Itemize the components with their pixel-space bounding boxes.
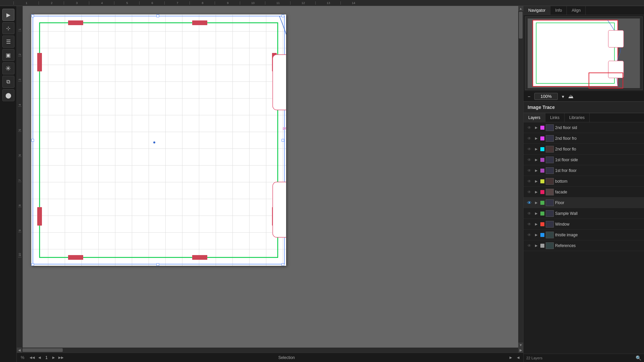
layer-item[interactable]: 👁 ▶ 1st fror floor (524, 165, 644, 176)
ruler-mark: 2 (39, 1, 64, 5)
mask-tool-button[interactable]: ⬤ (2, 89, 14, 101)
prev-page-button[interactable]: ◀ (37, 355, 42, 360)
layer-expand-button[interactable]: ▶ (534, 232, 539, 238)
layer-thumbnail (546, 221, 554, 228)
scroll-up-button[interactable]: ▲ (518, 6, 523, 11)
layers-footer: 22 Layers 🔍 (524, 354, 644, 362)
layer-item[interactable]: 👁 ▶ 2nd floor sid (524, 122, 644, 133)
layer-name-thistle-image: thistle image (555, 233, 641, 237)
layer-expand-button[interactable]: ▶ (534, 125, 539, 130)
layer-expand-button[interactable]: ▶ (534, 146, 539, 152)
canvas-area[interactable]: path (23, 6, 518, 348)
layer-visibility-toggle[interactable]: 👁 (526, 221, 532, 227)
layer-visibility-toggle[interactable]: 👁 (526, 135, 532, 141)
svg-rect-12 (68, 255, 83, 260)
ruler-mark: 5 (114, 1, 139, 5)
layer-item[interactable]: 👁 ▶ 2nd floor flo (524, 144, 644, 155)
scroll-h-thumb[interactable] (22, 348, 63, 352)
ruler-mark-v: 9 (18, 207, 21, 232)
right-panel: Navigator Info Align (523, 6, 644, 362)
layers-tabs: Layers Links Libraries (524, 113, 644, 122)
layer-visibility-toggle[interactable]: 👁 (526, 232, 532, 238)
menu-tool-button[interactable]: ☰ (2, 36, 14, 48)
layer-visibility-toggle[interactable]: 👁 (526, 157, 532, 163)
layer-visibility-toggle[interactable]: 👁 (526, 189, 532, 195)
scroll-left-button[interactable]: ◀ (17, 348, 22, 353)
select-tool-button[interactable]: ▶ (2, 9, 14, 21)
layer-visibility-toggle[interactable]: 👁 (526, 178, 532, 184)
tab-align[interactable]: Align (567, 6, 586, 15)
layer-item-references[interactable]: 👁 ▶ References (524, 240, 644, 251)
ruler-mark: 14 (340, 1, 366, 5)
tab-libraries[interactable]: Libraries (565, 113, 590, 122)
svg-rect-5 (282, 139, 284, 141)
svg-rect-1 (32, 15, 34, 17)
layer-name-sample-wall: Sample Wall (555, 211, 641, 216)
horizontal-scrollbar[interactable]: ◀ ▶ (17, 348, 523, 353)
scroll-thumb[interactable] (519, 12, 523, 39)
svg-rect-11 (192, 20, 207, 25)
svg-rect-2 (157, 15, 159, 17)
layer-thumbnail (546, 232, 554, 238)
layer-color-indicator (540, 222, 544, 226)
ruler-mark-v: 7 (18, 157, 21, 182)
layer-visibility-toggle[interactable]: 👁 (526, 125, 532, 131)
arrange-tool-button[interactable]: ⧉ (2, 76, 14, 88)
layer-expand-button[interactable]: ▶ (534, 243, 539, 248)
zoom-decrease-button[interactable]: − (526, 93, 532, 100)
layer-expand-button[interactable]: ▶ (534, 168, 539, 173)
layer-color-indicator (540, 126, 544, 130)
layer-item-window[interactable]: 👁 ▶ Window (524, 219, 644, 230)
layer-visibility-toggle[interactable]: 👁 (526, 168, 532, 174)
layer-item-thistle-image[interactable]: 👁 ▶ thistle image (524, 230, 644, 240)
layer-visibility-toggle[interactable]: 👁 (526, 146, 532, 152)
svg-rect-23 (533, 20, 618, 86)
first-page-button[interactable]: ◀◀ (29, 355, 36, 360)
layer-color-indicator (540, 244, 544, 248)
layer-visibility-toggle[interactable]: 👁 (526, 243, 532, 249)
layer-expand-button[interactable]: ▶ (534, 136, 539, 141)
layer-item[interactable]: 👁 ▶ facade (524, 187, 644, 197)
scroll-right-button[interactable]: ▶ (518, 348, 523, 353)
next-page-button[interactable]: ▶ (51, 355, 56, 360)
layer-expand-button[interactable]: ▶ (534, 157, 539, 163)
layer-color-indicator (540, 201, 544, 205)
svg-rect-3 (282, 15, 284, 17)
layer-expand-button[interactable]: ▶ (534, 222, 539, 227)
transform-tool-button[interactable]: ✳ (2, 62, 14, 74)
layer-item[interactable]: 👁 ▶ 2nd floor fro (524, 133, 644, 144)
layer-thumbnail (546, 199, 554, 206)
layer-item[interactable]: 👁 ▶ 1st floor side (524, 155, 644, 165)
direct-select-tool-button[interactable]: ⊹ (2, 22, 14, 34)
vertical-scrollbar[interactable]: ▲ ▼ (518, 6, 523, 348)
tab-info[interactable]: Info (550, 6, 567, 15)
zoom-fit-button[interactable]: ⛰ (568, 94, 574, 100)
ruler-mark-v: 3 (18, 56, 21, 81)
tab-navigator[interactable]: Navigator (524, 6, 550, 15)
layer-item-sample-wall[interactable]: 👁 ▶ Sample Wall (524, 208, 644, 219)
layers-tool-button[interactable]: ▣ (2, 49, 14, 61)
layers-search-button[interactable]: 🔍 (636, 355, 641, 361)
layer-expand-button[interactable]: ▶ (534, 200, 539, 205)
layer-thumbnail (546, 135, 554, 142)
layer-expand-button[interactable]: ▶ (534, 211, 539, 216)
layer-visibility-toggle[interactable]: 👁 (526, 200, 532, 206)
canvas-svg: path (31, 14, 286, 266)
tab-links[interactable]: Links (545, 113, 565, 122)
ruler-mark: 13 (315, 1, 340, 5)
last-page-button[interactable]: ▶▶ (57, 355, 65, 360)
layer-expand-button[interactable]: ▶ (534, 189, 539, 195)
layer-item[interactable]: 👁 ▶ bottom (524, 176, 644, 187)
zoom-dropdown-button[interactable]: ▾ (560, 93, 566, 100)
rewind-button[interactable]: ◀ (516, 355, 521, 360)
layer-item-floor[interactable]: 👁 ▶ Floor (524, 197, 644, 208)
layer-name: 2nd floor fro (555, 136, 641, 141)
layer-visibility-toggle[interactable]: 👁 (526, 210, 532, 217)
zoom-percent-button[interactable]: % (19, 355, 26, 361)
scroll-down-button[interactable]: ▼ (518, 343, 523, 348)
play-button[interactable]: ▶ (508, 355, 513, 360)
layer-color-indicator (540, 212, 544, 216)
svg-rect-10 (68, 20, 83, 25)
layer-expand-button[interactable]: ▶ (534, 179, 539, 184)
tab-layers[interactable]: Layers (524, 113, 545, 122)
